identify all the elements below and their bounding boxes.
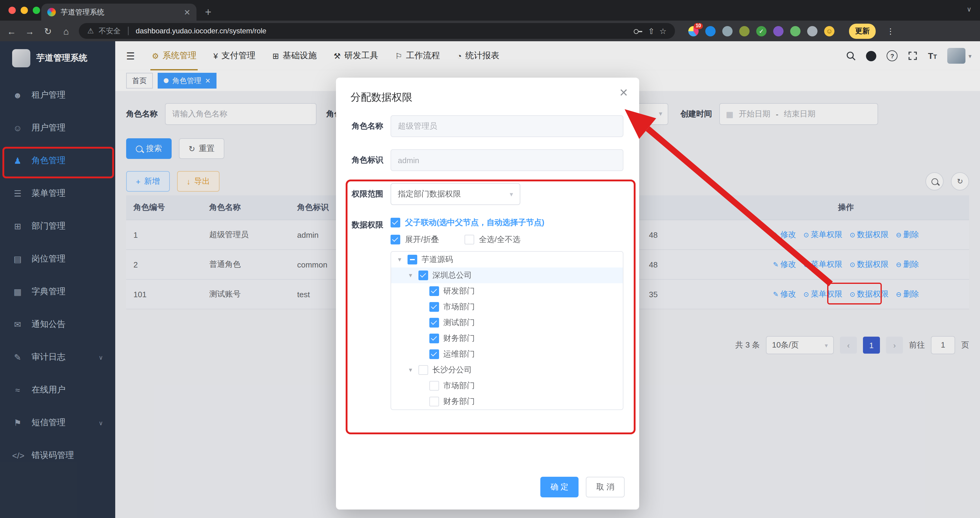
tree-node[interactable]: 市场部门	[391, 299, 623, 315]
dialog-role-key-label: 角色标识	[352, 155, 391, 166]
forward-button[interactable]: →	[24, 26, 35, 35]
extension-olive-icon[interactable]	[739, 26, 749, 36]
department-tree: ▼芋道源码 ▼深圳总公司 研发部门 市场部门 测试部门 财务部门 运维部门 ▼长…	[391, 251, 624, 410]
caret-expanded-icon[interactable]: ▼	[407, 273, 414, 278]
cancel-button[interactable]: 取 消	[586, 477, 625, 497]
screen: 芋道管理系统 ✕ + ∨ ← → ↻ ⌂ ⚠ 不安全 dashboard.yud…	[0, 0, 980, 518]
back-button[interactable]: ←	[6, 26, 17, 35]
security-label[interactable]: 不安全	[99, 26, 121, 36]
dialog-body: 角色名称 超级管理员 角色标识 admin 权限范围 指定部门数据权限▾ 数据权…	[336, 105, 639, 410]
profile-smiley-icon[interactable]: ☺	[824, 26, 834, 36]
reload-button[interactable]: ↻	[43, 26, 53, 35]
select-all-label[interactable]: 全选/全不选	[479, 234, 520, 245]
dialog-close-icon[interactable]: ✕	[619, 87, 628, 98]
password-key-icon[interactable]	[633, 26, 643, 36]
home-button[interactable]: ⌂	[60, 26, 72, 35]
tree-node[interactable]: ▼长沙分公司	[391, 362, 623, 378]
extensions-cluster: 10 ✓ ☺	[688, 26, 834, 36]
extension-check-icon[interactable]: ✓	[756, 26, 767, 36]
tree-checkbox-unchecked[interactable]	[430, 381, 439, 390]
browser-toolbar: ← → ↻ ⌂ ⚠ 不安全 dashboard.yudao.iocoder.cn…	[0, 21, 980, 41]
extension-lime-icon[interactable]	[790, 26, 800, 36]
extension-purple-icon[interactable]	[773, 26, 784, 36]
select-all-checkbox[interactable]	[464, 235, 474, 244]
linkage-checkbox[interactable]	[391, 218, 400, 228]
traffic-lights	[8, 7, 40, 14]
tree-node-selected[interactable]: ▼深圳总公司	[391, 268, 623, 283]
tree-checkbox-unchecked[interactable]	[418, 365, 428, 375]
chevron-down-icon: ▾	[510, 190, 513, 198]
browser-tab[interactable]: 芋道管理系统 ✕	[41, 4, 196, 21]
dialog-data-perm-label: 数据权限	[352, 217, 391, 231]
tree-checkbox-checked[interactable]	[430, 349, 439, 359]
tree-node[interactable]: 市场部门	[391, 378, 623, 394]
tree-node[interactable]: 财务部门	[391, 331, 623, 346]
url-text[interactable]: dashboard.yudao.iocoder.cn/system/role	[136, 27, 267, 35]
browser-tabstrip: 芋道管理系统 ✕ + ∨	[0, 0, 980, 21]
tab-title: 芋道管理系统	[60, 7, 179, 17]
dialog-scope-select[interactable]: 指定部门数据权限▾	[391, 183, 520, 205]
url-divider	[128, 27, 129, 35]
minimize-window-button[interactable]	[21, 7, 28, 14]
dialog-role-key-input: admin	[391, 149, 624, 171]
expand-collapse-checkbox[interactable]	[391, 235, 400, 244]
address-bar[interactable]: ⚠ 不安全 dashboard.yudao.iocoder.cn/system/…	[79, 23, 675, 39]
dialog-role-name-input: 超级管理员	[391, 115, 624, 137]
expand-collapse-label[interactable]: 展开/折叠	[405, 234, 439, 245]
tree-node[interactable]: 测试部门	[391, 315, 623, 331]
dialog-scope-label: 权限范围	[352, 189, 391, 199]
data-permission-panel: 父子联动(选中父节点，自动选择子节点) 展开/折叠 全选/全不选 ▼芋道源码 ▼…	[391, 217, 624, 410]
tab-overview-chevron-icon[interactable]: ∨	[967, 5, 972, 13]
linkage-label[interactable]: 父子联动(选中父节点，自动选择子节点)	[405, 217, 544, 228]
tab-close-icon[interactable]: ✕	[184, 8, 191, 17]
security-warning-icon[interactable]: ⚠	[88, 27, 94, 35]
extension-badge: 10	[694, 23, 703, 29]
confirm-button[interactable]: 确 定	[540, 477, 579, 497]
tree-checkbox-unchecked[interactable]	[430, 397, 439, 406]
tree-checkbox-checked[interactable]	[430, 334, 439, 343]
dialog-role-name-label: 角色名称	[352, 121, 391, 132]
tab-favicon-icon	[47, 8, 56, 16]
tree-node[interactable]: ▼芋道源码	[391, 252, 623, 268]
tree-node[interactable]: 运维部门	[391, 346, 623, 362]
tree-checkbox-indeterminate[interactable]	[407, 255, 417, 265]
share-icon[interactable]: ⇧	[648, 26, 655, 35]
extension-grey-icon[interactable]	[722, 26, 733, 36]
tree-checkbox-checked[interactable]	[430, 318, 439, 328]
caret-expanded-icon[interactable]: ▼	[407, 367, 414, 373]
tree-checkbox-checked[interactable]	[418, 271, 428, 280]
tree-node[interactable]: 财务部门	[391, 394, 623, 410]
dialog-footer: 确 定 取 消	[540, 477, 625, 497]
tree-node[interactable]: 研发部门	[391, 283, 623, 299]
extensions-puzzle-icon[interactable]	[807, 26, 818, 36]
browser-update-button[interactable]: 更新	[849, 23, 876, 38]
close-window-button[interactable]	[8, 7, 16, 14]
tree-checkbox-checked[interactable]	[430, 302, 439, 312]
new-tab-button[interactable]: +	[205, 7, 212, 18]
dialog-title: 分配数据权限	[350, 92, 412, 103]
browser-menu-kebab-icon[interactable]: ⋮	[887, 26, 894, 35]
dialog-header: 分配数据权限 ✕	[336, 78, 639, 105]
extension-blue-icon[interactable]	[705, 26, 716, 36]
extension-pie-icon[interactable]: 10	[688, 26, 698, 36]
caret-expanded-icon[interactable]: ▼	[396, 257, 403, 263]
tree-checkbox-checked[interactable]	[430, 286, 439, 296]
assign-data-permission-dialog: 分配数据权限 ✕ 角色名称 超级管理员 角色标识 admin 权限范围 指定部门…	[336, 78, 639, 510]
maximize-window-button[interactable]	[33, 7, 40, 14]
bookmark-star-icon[interactable]: ☆	[660, 26, 667, 35]
